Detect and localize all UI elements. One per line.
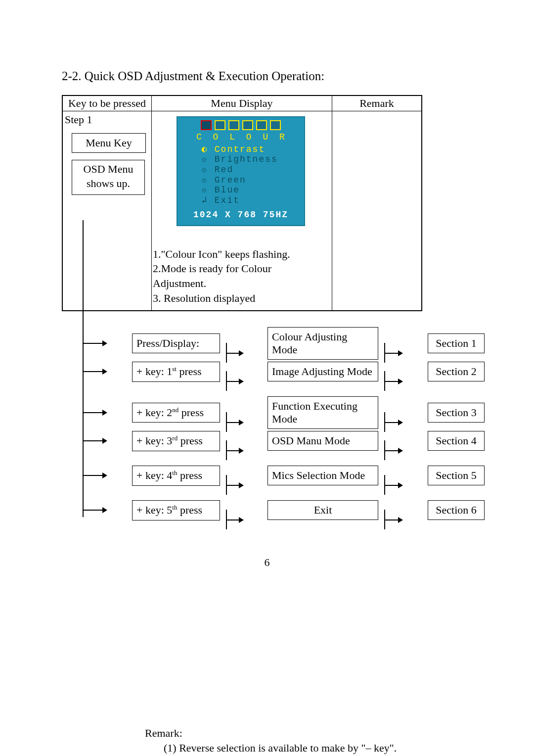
flow-row: + key: 3rd press OSD Manu Mode Section 4 [83, 431, 485, 451]
arrow-icon [83, 505, 107, 515]
osd-item: ↲ Exit [201, 195, 300, 206]
osd-list: ◐ Contrast ☼ Brightness ☼ Red ☼ Green ☼ … [201, 144, 300, 206]
osd-item: ☼ Red [201, 165, 300, 175]
section-title: 2-2. Quick OSD Adjustment & Execution Op… [62, 69, 485, 83]
svg-marker-21 [239, 448, 244, 454]
osd-item: ◐ Contrast [201, 144, 300, 155]
flow-section-box: Section 4 [428, 431, 485, 451]
osd-item: ☼ Blue [201, 185, 300, 195]
svg-marker-19 [102, 438, 107, 444]
arrow-icon [384, 480, 403, 490]
osd-item-label: Green [215, 175, 246, 185]
flow-row: + key: 1st press Image Adjusting Mode Se… [83, 362, 485, 381]
osd-tab-icon [256, 120, 267, 130]
sun-icon: ☼ [201, 175, 208, 186]
flow-diagram: Press/Display: Colour Adjusting Mode Sec… [83, 319, 485, 522]
svg-marker-29 [398, 482, 403, 488]
document-page: 2-2. Quick OSD Adjustment & Execution Op… [0, 0, 534, 756]
arrow-icon [384, 348, 403, 358]
arrow-icon [226, 480, 244, 490]
svg-marker-25 [102, 472, 107, 478]
svg-marker-27 [239, 482, 244, 488]
flow-section-box: Section 2 [428, 362, 485, 381]
svg-marker-13 [102, 410, 107, 416]
flow-section-box: Section 6 [428, 500, 485, 520]
flow-key-box: Press/Display: [132, 333, 220, 353]
flow-key-box: + key: 1st press [132, 362, 220, 381]
svg-marker-35 [398, 517, 403, 523]
svg-marker-15 [239, 420, 244, 425]
remarks-item: (1) Reverse selection is available to ma… [145, 741, 485, 756]
osd-notes: 1."Colour Icon" keeps flashing. 2.Mode i… [153, 247, 327, 306]
osd-table: Key to be pressed Menu Display Remark St… [62, 95, 422, 311]
half-circle-icon: ◐ [201, 144, 208, 155]
header-key: Key to be pressed [63, 96, 152, 111]
flow-mode-box: Mics Selection Mode [267, 466, 378, 485]
col-key: Step 1 Menu Key OSD Menu shows up. [63, 111, 152, 310]
osd-item-label: Exit [215, 195, 240, 205]
svg-marker-31 [102, 507, 107, 513]
osd-item-label: Contrast [215, 144, 265, 154]
osd-tab-icon [215, 120, 225, 130]
osd-tab-icon [228, 120, 239, 130]
osd-tab-icon [242, 120, 253, 130]
remarks: Remark: (1) Reverse selection is availab… [145, 726, 485, 756]
svg-marker-5 [398, 350, 403, 356]
svg-marker-17 [398, 420, 403, 425]
flow-mode-box: Function Executing Mode [267, 396, 378, 429]
osd-note-line: 2.Mode is ready for Colour Adjustment. [153, 261, 327, 290]
arrow-icon [226, 446, 244, 456]
exit-icon: ↲ [201, 195, 208, 206]
flow-mode-box: Colour Adjusting Mode [267, 327, 378, 360]
osd-title: C O L O U R [196, 132, 300, 142]
arrow-icon [384, 418, 403, 427]
sun-icon: ☼ [201, 185, 208, 195]
step-label: Step 1 [63, 113, 149, 126]
osd-preview: C O L O U R ◐ Contrast ☼ Brightness ☼ Re… [177, 116, 305, 226]
sun-icon: ☼ [201, 165, 208, 175]
sun-icon: ☼ [201, 154, 208, 165]
header-menu: Menu Display [152, 96, 332, 111]
remarks-title: Remark: [145, 726, 485, 741]
osd-resolution: 1024 X 768 75HZ [181, 210, 300, 220]
arrow-icon [384, 515, 403, 525]
flow-row: Press/Display: Colour Adjusting Mode Sec… [83, 327, 485, 360]
header-remark: Remark [332, 96, 421, 111]
flow-key-box: + key: 2nd press [132, 403, 220, 423]
svg-marker-23 [398, 448, 403, 454]
osd-item-label: Red [215, 165, 233, 175]
arrow-icon [226, 348, 244, 358]
flow-key-box: + key: 3rd press [132, 431, 220, 451]
arrow-icon [83, 471, 107, 480]
col-menu: C O L O U R ◐ Contrast ☼ Brightness ☼ Re… [152, 111, 332, 310]
arrow-icon [384, 377, 403, 386]
table-body: Step 1 Menu Key OSD Menu shows up. [63, 111, 421, 310]
flow-section-box: Section 5 [428, 466, 485, 485]
arrow-icon [226, 377, 244, 386]
osd-note-line: 1."Colour Icon" keeps flashing. [153, 247, 327, 262]
svg-marker-11 [398, 378, 403, 384]
arrow-icon [226, 515, 244, 525]
flow-section-box: Section 3 [428, 403, 485, 423]
svg-marker-33 [239, 517, 244, 523]
osd-item-label: Blue [215, 185, 240, 195]
flow-row: + key: 2nd press Function Executing Mode… [83, 396, 485, 429]
svg-marker-3 [239, 350, 244, 356]
table-header: Key to be pressed Menu Display Remark [63, 96, 421, 111]
osd-item: ☼ Brightness [201, 154, 300, 165]
col-remark [332, 111, 421, 310]
osd-icon-row [181, 120, 300, 130]
page-number: 6 [0, 556, 534, 569]
arrow-icon [83, 367, 107, 377]
arrow-icon [83, 338, 107, 348]
arrow-icon [384, 446, 403, 456]
flow-row: + key: 4th press Mics Selection Mode Sec… [83, 466, 485, 485]
svg-marker-9 [239, 378, 244, 384]
osd-item: ☼ Green [201, 175, 300, 186]
osd-tab-icon [201, 120, 212, 130]
svg-marker-1 [102, 340, 107, 346]
arrow-icon [83, 436, 107, 446]
osd-note-line: 3. Resolution displayed [153, 291, 327, 306]
osd-item-label: Brightness [215, 154, 278, 164]
osd-shows-line2: shows up. [72, 177, 144, 191]
